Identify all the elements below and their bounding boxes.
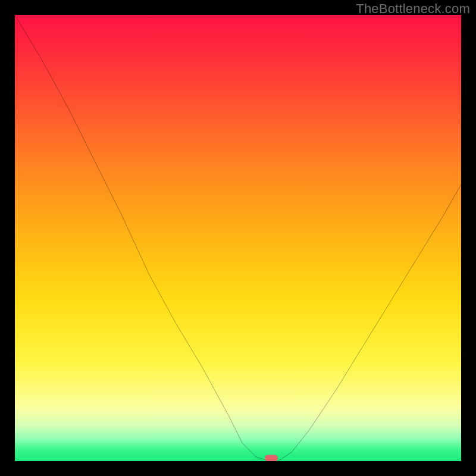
- curve-path: [15, 15, 461, 461]
- bottleneck-curve: [15, 15, 461, 461]
- chart-frame: TheBottleneck.com: [0, 0, 476, 476]
- plot-area: [15, 15, 461, 461]
- watermark-text: TheBottleneck.com: [356, 1, 470, 17]
- optimal-marker: [265, 455, 278, 462]
